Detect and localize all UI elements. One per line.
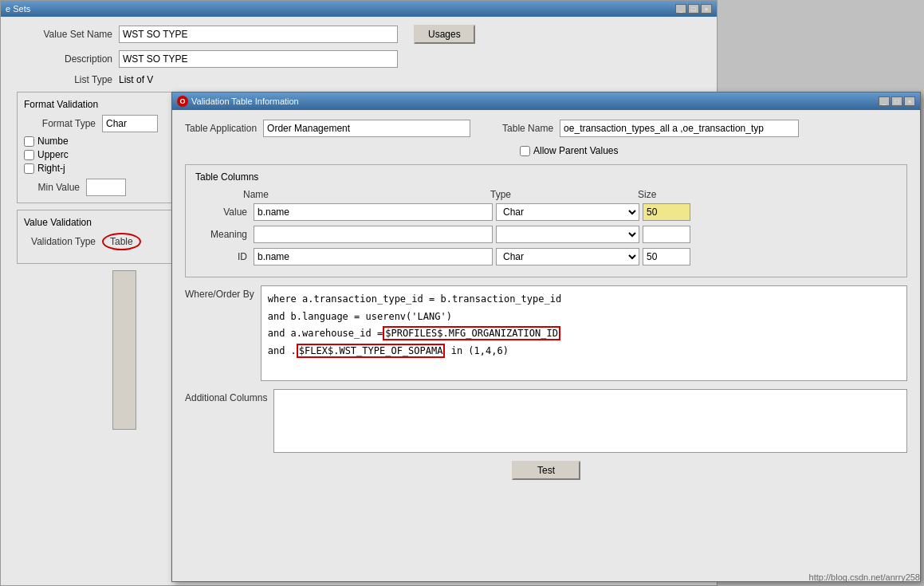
additional-columns-section: Additional Columns (185, 389, 907, 453)
col-header-name: Name (243, 189, 490, 200)
where-line-4: and .$FLEX$.WST_TYPE_OF_SOPAMA in (1,4,6… (268, 343, 900, 360)
table-application-input[interactable] (263, 120, 470, 137)
bg-title: e Sets (6, 4, 30, 14)
table-row: Meaning (195, 226, 897, 243)
table-row: Value Char (195, 203, 897, 221)
additional-columns-textarea[interactable] (273, 389, 907, 453)
bg-maximize-btn[interactable]: □ (688, 4, 699, 14)
min-value-label: Min Value (24, 182, 80, 193)
right-justify-label: Right-j (37, 163, 65, 174)
dialog-icon: O (177, 96, 188, 107)
table-columns-section: Table Columns Name Type Size Value Char … (185, 164, 907, 277)
table-name-input[interactable] (560, 120, 799, 137)
description-label: Description (17, 53, 112, 65)
highlight-flex: $FLEX$.WST_TYPE_OF_SOPAMA (297, 344, 446, 358)
format-type-input[interactable] (102, 115, 158, 132)
col-header-type: Type (490, 189, 638, 200)
list-type-label: List Type (17, 74, 112, 85)
additional-columns-label: Additional Columns (185, 389, 267, 453)
table-name-label: Table Name (502, 123, 553, 134)
where-line-2: and b.language = userenv('LANG') (268, 309, 900, 326)
watermark: http://blog.csdn.net/anrry258 (809, 572, 920, 582)
id-type-select[interactable]: Char (496, 248, 639, 265)
validation-table-dialog: O Validation Table Information _ □ × Tab… (171, 92, 921, 582)
meaning-row-label: Meaning (195, 229, 247, 240)
right-justify-checkbox[interactable] (24, 163, 34, 174)
bg-minimize-btn[interactable]: _ (675, 4, 686, 14)
id-row-label: ID (195, 251, 247, 262)
dialog-titlebar: O Validation Table Information _ □ × (172, 92, 920, 110)
where-section: Where/Order By where a.transaction_type_… (185, 285, 907, 381)
min-value-input[interactable] (86, 179, 126, 196)
format-validation-label: Format Validation (24, 99, 173, 110)
where-textarea[interactable]: where a.transaction_type_id = b.transact… (261, 285, 907, 381)
bg-close-btn[interactable]: × (701, 4, 712, 14)
col-header-size: Size (638, 189, 702, 200)
value-set-name-input[interactable] (119, 26, 398, 43)
value-row-label: Value (195, 206, 247, 218)
dialog-maximize-btn[interactable]: □ (891, 96, 902, 106)
meaning-name-input[interactable] (254, 226, 493, 243)
scrollbar[interactable] (112, 270, 136, 430)
where-line-3: and a.warehouse_id =$PROFILES$.MFG_ORGAN… (268, 325, 900, 343)
dialog-title: Validation Table Information (191, 96, 299, 106)
bg-window-controls: _ □ × (675, 4, 712, 14)
meaning-size-input[interactable] (643, 226, 690, 243)
value-type-select[interactable]: Char (496, 203, 639, 221)
validation-type-label: Validation Type (24, 236, 96, 247)
bg-titlebar: e Sets _ □ × (1, 1, 717, 17)
dialog-controls: _ □ × (879, 96, 915, 106)
highlight-profiles: $PROFILES$.MFG_ORGANIZATION_ID (383, 326, 560, 340)
table-application-label: Table Application (185, 123, 257, 134)
allow-parent-values-label: Allow Parent Values (533, 145, 619, 156)
where-label: Where/Order By (185, 285, 254, 381)
validation-type-value: Table (102, 233, 141, 250)
format-type-label: Format Type (24, 118, 96, 129)
table-columns-title: Table Columns (195, 171, 897, 183)
value-set-name-label: Value Set Name (17, 29, 112, 40)
list-type-value: List of V (119, 74, 153, 85)
value-name-input[interactable] (254, 203, 493, 221)
where-line-1: where a.transaction_type_id = b.transact… (268, 291, 900, 309)
value-size-input[interactable] (643, 203, 690, 221)
uppercase-label: Upperc (37, 149, 69, 160)
dialog-close-btn[interactable]: × (904, 96, 915, 106)
number-label: Numbe (37, 136, 69, 147)
table-row: ID Char (195, 248, 897, 265)
number-checkbox[interactable] (24, 136, 34, 147)
meaning-type-select[interactable] (496, 226, 639, 243)
id-name-input[interactable] (254, 248, 493, 265)
dialog-minimize-btn[interactable]: _ (879, 96, 890, 106)
allow-parent-values-checkbox[interactable] (520, 146, 530, 156)
uppercase-checkbox[interactable] (24, 150, 34, 160)
test-button[interactable]: Test (512, 461, 580, 480)
id-size-input[interactable] (643, 248, 690, 265)
description-input[interactable] (119, 50, 398, 68)
value-validation-label: Value Validation (24, 217, 173, 228)
usages-button[interactable]: Usages (414, 25, 475, 44)
